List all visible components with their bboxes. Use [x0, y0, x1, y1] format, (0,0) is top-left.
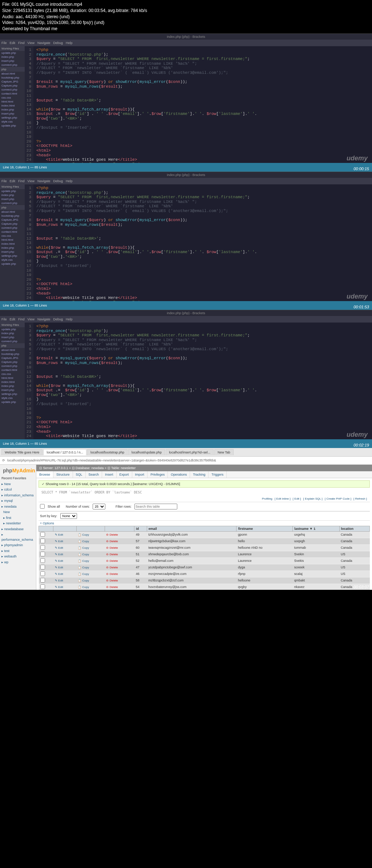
sidebar-item[interactable]: contact.html	[0, 92, 25, 96]
sidebar-item[interactable]: insert.php	[0, 197, 25, 201]
code-content[interactable]: <?phprequire_once('bootstrap.php');$quer…	[33, 184, 372, 301]
code-line[interactable]	[36, 273, 369, 277]
pma-tab-triggers[interactable]: Triggers	[209, 471, 227, 478]
sidebar-item[interactable]: index.php	[0, 331, 25, 335]
pma-tab-structure[interactable]: Structure	[53, 471, 73, 478]
showall-checkbox[interactable]	[40, 504, 45, 509]
column-header[interactable]: id	[134, 526, 147, 531]
copy-link[interactable]: 📋 Copy	[78, 553, 89, 556]
code-line[interactable]: //$output = 'Inserted';	[36, 125, 369, 130]
menu-debug[interactable]: Debug	[53, 41, 63, 45]
code-line[interactable]: <html>	[36, 425, 369, 429]
code-line[interactable]: $output = 'Table Data<BR>';	[36, 236, 369, 241]
sidebar-item[interactable]: update.php	[0, 189, 25, 193]
code-content[interactable]: <?phprequire_once('bootstrap.php');$quer…	[33, 323, 372, 439]
menu-help[interactable]: Help	[66, 317, 73, 321]
url-bar[interactable]: ⟳ localhost/phpmyadmin/#PMAURL-76:sql.ph…	[0, 457, 372, 465]
sidebar-item[interactable]: css.css	[0, 234, 25, 238]
column-header[interactable]	[53, 526, 76, 531]
sidebar-item[interactable]: about.html	[0, 72, 25, 76]
browser-tab[interactable]: localhost/update.php	[128, 449, 165, 455]
column-header[interactable]	[76, 526, 105, 531]
tree-node[interactable]: ▸ mysql	[1, 498, 35, 504]
code-line[interactable]: $query = "SELECT * FROM first,newsletter…	[36, 195, 369, 200]
sidebar-item[interactable]: index.php	[0, 193, 25, 197]
tree-node[interactable]: ▸ performance_schema	[1, 532, 35, 543]
sidebar-item[interactable]: update.php	[0, 327, 25, 331]
sidebar-item[interactable]: html.html	[0, 376, 25, 380]
menu-file[interactable]: File	[1, 317, 7, 321]
menu-view[interactable]: View	[28, 179, 35, 183]
row-checkbox[interactable]	[40, 565, 45, 569]
browser-tab[interactable]: Website Title goes Here	[1, 449, 43, 455]
browser-tab[interactable]: localhost / 127.0.0.1 / n...	[43, 449, 86, 455]
code-line[interactable]	[36, 365, 369, 370]
code-line[interactable]: $num_rows = mysql_num_rows($result);	[36, 223, 369, 227]
code-line[interactable]: $num_rows = mysql_num_rows($result);	[36, 84, 369, 89]
sidebar-item[interactable]: settings.php	[0, 392, 25, 396]
delete-link[interactable]: ⊖ Delete	[106, 540, 118, 543]
code-line[interactable]	[36, 411, 369, 416]
menu-find[interactable]: Find	[18, 317, 25, 321]
edit-link[interactable]: ✎ Edit	[55, 572, 63, 576]
sidebar-item[interactable]: html.html	[0, 100, 25, 104]
code-line[interactable]: //$output = 'Inserted';	[36, 264, 369, 268]
edit-link[interactable]: ✎ Edit	[55, 540, 63, 543]
code-line[interactable]: //SELECT * FROM `newsletter` WHERE `firs…	[36, 204, 369, 209]
code-line[interactable]: $num_rows = mysql_num_rows($result);	[36, 361, 369, 365]
copy-link[interactable]: 📋 Copy	[78, 540, 89, 543]
tree-node[interactable]: ▸ phpmyadmin	[1, 543, 35, 548]
sidebar-item[interactable]: about.html	[0, 348, 25, 352]
code-line[interactable]: $row['two'].'<BR>';	[36, 255, 369, 259]
menu-find[interactable]: Find	[18, 179, 25, 183]
menu-debug[interactable]: Debug	[53, 179, 63, 183]
copy-link[interactable]: 📋 Copy	[78, 579, 89, 582]
code-line[interactable]: $result = mysql_query($query) or showErr…	[36, 356, 369, 361]
code-line[interactable]	[36, 352, 369, 356]
sidebar-item[interactable]: style.css	[0, 396, 25, 400]
code-line[interactable]	[36, 407, 369, 411]
code-editor[interactable]: 1234567891011121314151617181920212223242…	[25, 323, 372, 439]
code-line[interactable]: $output = 'Table Data<BR>';	[36, 98, 369, 103]
tree-node[interactable]: ▸ New	[1, 481, 35, 487]
query-link[interactable]: [ Create PHP Code ]	[325, 497, 351, 500]
code-line[interactable]: //$query = "INSERT INTO `newsletter` ( `…	[36, 209, 369, 213]
sidebar-item[interactable]: update.php	[0, 51, 25, 55]
tree-node[interactable]: ▸ newsletter	[1, 521, 35, 527]
code-line[interactable]: $row['two'].'<BR>';	[36, 116, 369, 121]
query-link[interactable]: [ Edit ]	[293, 497, 301, 500]
browser-tab[interactable]: localhost/bootstrap.php	[87, 449, 128, 455]
row-checkbox[interactable]	[40, 539, 45, 543]
sidebar-item[interactable]: insert.php	[0, 335, 25, 339]
pma-tab-tracking[interactable]: Tracking	[190, 471, 209, 478]
sidebar-item[interactable]: about.html	[0, 210, 25, 214]
code-line[interactable]: }	[36, 397, 369, 402]
code-line[interactable]: //$query = "SELECT * FROM newsletter WHE…	[36, 61, 369, 66]
sidebar-item[interactable]: connect.php	[0, 63, 25, 67]
menu-navigate[interactable]: Navigate	[37, 179, 50, 183]
sidebar-item[interactable]: style.css	[0, 258, 25, 262]
tree-node[interactable]: ▸ newdata	[1, 504, 35, 510]
sidebar-item[interactable]: connect.php	[0, 88, 25, 92]
sidebar-item[interactable]: Capture.php	[0, 84, 25, 88]
row-checkbox[interactable]	[40, 552, 45, 556]
numrows-select[interactable]: 25	[93, 504, 105, 509]
code-line[interactable]: //$output = 'Inserted';	[36, 402, 369, 407]
menu-help[interactable]: Help	[66, 41, 73, 45]
code-line[interactable]	[36, 268, 369, 273]
code-line[interactable]	[36, 227, 369, 232]
row-checkbox[interactable]	[40, 532, 45, 537]
sidebar-item[interactable]: index.html	[0, 380, 25, 384]
code-line[interactable]: }	[36, 259, 369, 264]
edit-link[interactable]: ✎ Edit	[55, 585, 63, 589]
sidebar-item[interactable]: Capture.JPG	[0, 356, 25, 360]
sidebar-item[interactable]: bootstrap.php	[0, 214, 25, 218]
menu-edit[interactable]: Edit	[10, 179, 16, 183]
pma-tab-import[interactable]: Import	[132, 471, 148, 478]
tree-node[interactable]: ▸ test	[1, 548, 35, 554]
code-line[interactable]	[36, 213, 369, 218]
sort-select[interactable]: None	[60, 513, 77, 519]
delete-link[interactable]: ⊖ Delete	[106, 533, 118, 536]
code-line[interactable]	[36, 130, 369, 135]
code-line[interactable]: ?>	[36, 416, 369, 420]
